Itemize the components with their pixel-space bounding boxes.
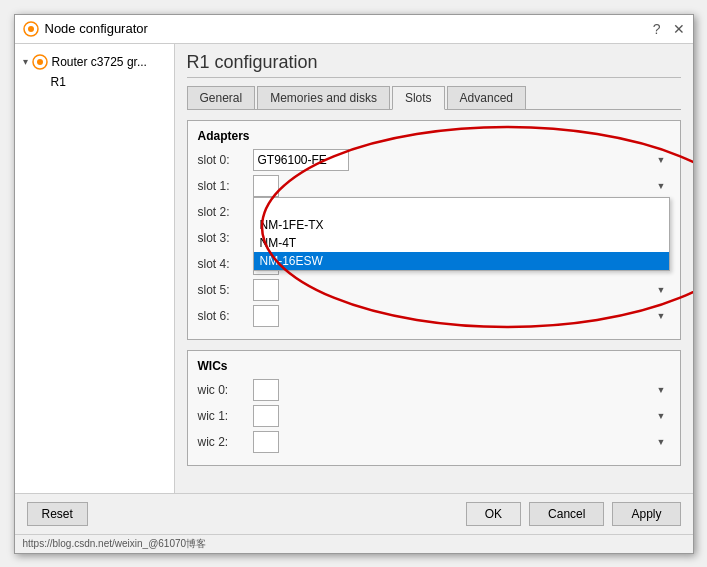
slot-6-select-wrapper — [253, 305, 670, 327]
wic-0-select-wrapper — [253, 379, 670, 401]
adapters-section-label: Adapters — [198, 129, 670, 143]
slot-6-label: slot 6: — [198, 309, 253, 323]
help-button[interactable]: ? — [653, 22, 661, 36]
wic-1-select[interactable] — [253, 405, 279, 427]
dropdown-item-nm1fetx[interactable]: NM-1FE-TX — [254, 216, 669, 234]
wic-1-label: wic 1: — [198, 409, 253, 423]
main-panel: R1 configuration General Memories and di… — [175, 44, 693, 493]
svg-point-3 — [37, 59, 43, 65]
sidebar-child-r1[interactable]: R1 — [19, 72, 170, 89]
slot-1-dropdown: NM-1FE-TX NM-4T NM-16ESW — [253, 197, 670, 271]
slot-4-label: slot 4: — [198, 257, 253, 271]
slot-1-label: slot 1: — [198, 179, 253, 193]
dialog-title: Node configurator — [45, 21, 148, 36]
tab-advanced[interactable]: Advanced — [447, 86, 526, 109]
slot-1-select-wrapper — [253, 175, 670, 197]
config-title: R1 configuration — [187, 52, 681, 78]
wic-2-select-wrapper — [253, 431, 670, 453]
slot-0-select[interactable]: GT96100-FE — [253, 149, 349, 171]
tree-arrow-icon: ▾ — [23, 56, 28, 67]
svg-point-1 — [28, 26, 34, 32]
slot-5-label: slot 5: — [198, 283, 253, 297]
ok-button[interactable]: OK — [466, 502, 521, 526]
tab-content: Adapters slot 0: GT96100-FE — [187, 120, 681, 485]
r1-label: R1 — [51, 75, 66, 89]
slot-row-5: slot 5: — [198, 279, 670, 301]
tab-memories[interactable]: Memories and disks — [257, 86, 390, 109]
title-bar-left: Node configurator — [23, 21, 148, 37]
annotation-arrow-icon — [175, 223, 177, 263]
sidebar: ▾ Router c3725 gr... R1 — [15, 44, 175, 493]
wic-1-select-wrapper — [253, 405, 670, 427]
slot-2-label: slot 2: — [198, 205, 253, 219]
dropdown-item-nm16esw[interactable]: NM-16ESW — [254, 252, 669, 270]
slot-row-6: slot 6: — [198, 305, 670, 327]
tab-general[interactable]: General — [187, 86, 256, 109]
dropdown-item-empty[interactable] — [254, 198, 669, 216]
cancel-button[interactable]: Cancel — [529, 502, 604, 526]
router-icon — [32, 54, 48, 70]
status-url: https://blog.csdn.net/weixin_@61070博客 — [23, 537, 207, 551]
wic-2-label: wic 2: — [198, 435, 253, 449]
slot-3-label: slot 3: — [198, 231, 253, 245]
annotation-container: 设置接口数 — [175, 202, 187, 266]
main-inner: R1 configuration General Memories and di… — [187, 52, 681, 485]
close-button[interactable]: ✕ — [673, 22, 685, 36]
tabs: General Memories and disks Slots Advance… — [187, 86, 681, 110]
wic-row-1: wic 1: — [198, 405, 670, 427]
wic-row-0: wic 0: — [198, 379, 670, 401]
tab-slots[interactable]: Slots — [392, 86, 445, 110]
wic-row-2: wic 2: — [198, 431, 670, 453]
adapters-section: Adapters slot 0: GT96100-FE — [187, 120, 681, 340]
wics-section-label: WICs — [198, 359, 670, 373]
node-configurator-dialog: Node configurator ? ✕ ▾ Router c3725 gr.… — [14, 14, 694, 554]
apply-button[interactable]: Apply — [612, 502, 680, 526]
slot-5-select-wrapper — [253, 279, 670, 301]
slot-0-select-wrapper: GT96100-FE — [253, 149, 670, 171]
wic-2-select[interactable] — [253, 431, 279, 453]
slot-5-select[interactable] — [253, 279, 279, 301]
bottom-bar: Reset OK Cancel Apply — [15, 493, 693, 534]
slot-0-label: slot 0: — [198, 153, 253, 167]
wic-0-label: wic 0: — [198, 383, 253, 397]
slot-6-select[interactable] — [253, 305, 279, 327]
main-content: ▾ Router c3725 gr... R1 R1 configuration… — [15, 44, 693, 493]
status-bar: https://blog.csdn.net/weixin_@61070博客 — [15, 534, 693, 553]
wic-0-select[interactable] — [253, 379, 279, 401]
title-bar: Node configurator ? ✕ — [15, 15, 693, 44]
wics-section: WICs wic 0: wic 1: — [187, 350, 681, 466]
slot-row-1: slot 1: NM-1FE-TX NM-4T — [198, 175, 670, 197]
sidebar-tree-item-router[interactable]: ▾ Router c3725 gr... — [19, 52, 170, 72]
router-label: Router c3725 gr... — [52, 55, 147, 69]
slot-row-0: slot 0: GT96100-FE — [198, 149, 670, 171]
dropdown-item-nm4t[interactable]: NM-4T — [254, 234, 669, 252]
slot-1-select[interactable] — [253, 175, 279, 197]
reset-button[interactable]: Reset — [27, 502, 88, 526]
title-bar-controls: ? ✕ — [653, 22, 685, 36]
bottom-bar-left: Reset — [27, 502, 458, 526]
router-title-icon — [23, 21, 39, 37]
annotation-text: 设置接口数 — [175, 202, 187, 219]
